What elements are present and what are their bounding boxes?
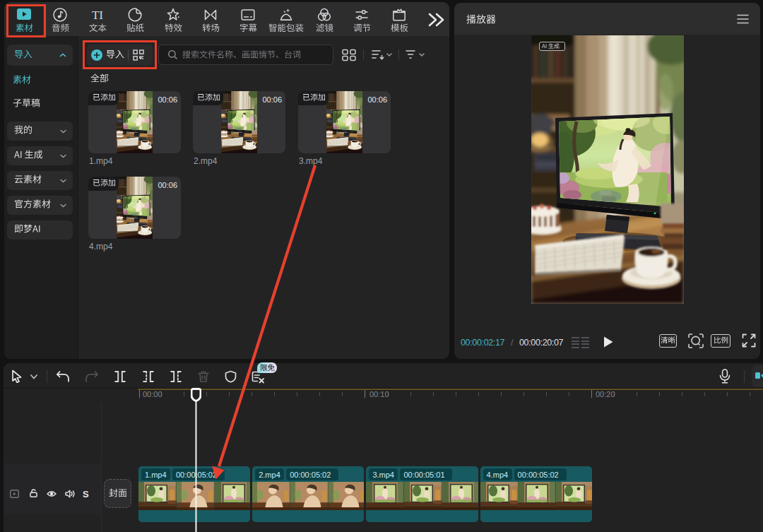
svg-text:TI: TI: [92, 8, 103, 22]
